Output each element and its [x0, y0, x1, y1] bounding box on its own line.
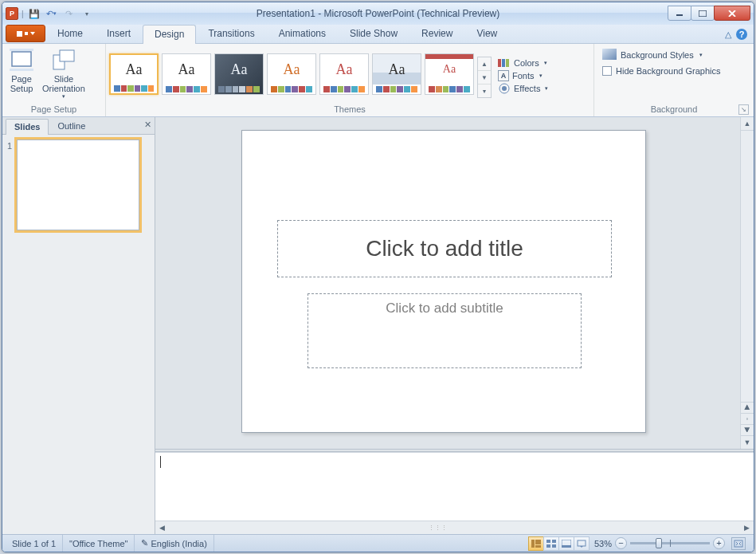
tab-animations[interactable]: Animations [267, 24, 338, 43]
notes-pane[interactable] [155, 452, 754, 521]
theme-item[interactable]: Aa [214, 53, 264, 95]
group-label-background: Background ↘ [597, 103, 750, 116]
nav-browse-icon[interactable]: ◦ [741, 413, 754, 424]
normal-view-button[interactable] [528, 536, 544, 551]
slide-sorter-view-button[interactable] [543, 536, 559, 551]
svg-rect-8 [502, 59, 505, 67]
svg-rect-21 [562, 545, 571, 548]
theme-fonts-button[interactable]: A Fonts▾ [498, 70, 548, 81]
themes-gallery-more[interactable]: ▲ ▼ ▾ [477, 57, 492, 98]
theme-item[interactable]: Aa [109, 53, 159, 95]
title-bar: P | 💾 ↶▾ ↷ ▾ Presentation1 - Microsoft P… [2, 2, 754, 25]
gallery-expand-icon[interactable]: ▾ [478, 84, 491, 97]
tab-view[interactable]: View [464, 24, 509, 43]
checkbox-icon [602, 66, 612, 76]
theme-item[interactable]: Aa [162, 53, 211, 95]
svg-rect-12 [602, 49, 617, 60]
horizontal-scrollbar[interactable]: ◀ ⋮⋮⋮ ▶ [155, 521, 754, 534]
svg-rect-18 [546, 544, 550, 548]
svg-rect-3 [10, 49, 33, 51]
slideshow-view-button[interactable] [574, 536, 590, 551]
close-button[interactable] [714, 6, 750, 21]
slide-thumbnail[interactable] [17, 139, 139, 230]
zoom-slider[interactable] [630, 542, 710, 544]
subtitle-placeholder[interactable]: Click to add subtitle [307, 293, 582, 368]
scroll-right-icon[interactable]: ▶ [740, 521, 754, 534]
spellcheck-icon: ✎ [141, 538, 148, 548]
status-language[interactable]: ✎ English (India) [135, 535, 213, 552]
background-dialog-launcher[interactable]: ↘ [738, 104, 749, 115]
theme-item[interactable]: Aa [319, 53, 369, 95]
svg-rect-6 [60, 50, 74, 61]
status-theme[interactable]: "Office Theme" [63, 535, 135, 552]
file-button[interactable] [6, 25, 45, 42]
themes-gallery[interactable]: Aa Aa Aa Aa [109, 50, 492, 98]
scroll-left-icon[interactable]: ◀ [155, 521, 169, 534]
svg-rect-15 [535, 545, 541, 548]
thumbnail-number: 1 [7, 139, 12, 230]
status-slide-number[interactable]: Slide 1 of 1 [6, 535, 63, 552]
svg-rect-0 [676, 14, 683, 16]
group-label-themes: Themes [109, 103, 590, 116]
scroll-up-icon[interactable]: ▲ [741, 117, 754, 131]
slide-canvas-area[interactable]: Click to add title Click to add subtitle… [155, 117, 754, 449]
theme-item[interactable]: Aa [372, 53, 421, 95]
tab-slideshow[interactable]: Slide Show [338, 24, 409, 43]
title-placeholder[interactable]: Click to add title [277, 220, 612, 277]
hide-bg-checkbox[interactable]: Hide Background Graphics [602, 66, 720, 76]
qat-customize[interactable]: ▾ [80, 6, 94, 21]
zoom-level[interactable]: 53% [594, 539, 612, 548]
next-slide-icon[interactable]: ⯆ [741, 424, 754, 435]
close-pane-icon[interactable]: ✕ [144, 120, 151, 130]
undo-button[interactable]: ↶▾ [45, 6, 59, 21]
svg-rect-4 [10, 69, 33, 71]
svg-rect-19 [552, 544, 556, 548]
tab-transitions[interactable]: Transitions [196, 24, 266, 43]
slides-tab[interactable]: Slides [6, 119, 49, 135]
tab-design[interactable]: Design [143, 25, 196, 44]
fit-to-window-button[interactable] [731, 537, 746, 550]
zoom-in-button[interactable]: + [713, 537, 725, 549]
scroll-down-icon[interactable]: ▼ [741, 435, 754, 449]
background-styles-button[interactable]: Background Styles▾ [602, 49, 720, 61]
svg-rect-17 [552, 540, 556, 543]
slide[interactable]: Click to add title Click to add subtitle [241, 130, 646, 433]
svg-point-11 [502, 86, 507, 91]
theme-item[interactable]: Aa [425, 53, 474, 95]
svg-rect-2 [12, 52, 31, 66]
gallery-scroll-down-icon[interactable]: ▼ [478, 71, 491, 84]
theme-effects-button[interactable]: Effects▾ [498, 83, 548, 94]
vertical-scrollbar[interactable]: ▲ ⯅ ◦ ⯆ ▼ [740, 117, 754, 449]
colors-icon [498, 57, 511, 69]
zoom-out-button[interactable]: − [615, 537, 627, 549]
svg-rect-14 [535, 540, 541, 544]
prev-slide-icon[interactable]: ⯅ [741, 402, 754, 413]
maximize-button[interactable] [691, 6, 715, 21]
tab-home[interactable]: Home [45, 24, 95, 43]
outline-tab[interactable]: Outline [49, 118, 94, 134]
page-setup-button[interactable]: Page Setup [6, 45, 37, 95]
group-label-page-setup: Page Setup [6, 103, 102, 116]
redo-button[interactable]: ↷ [62, 6, 76, 21]
reading-view-button[interactable] [558, 536, 574, 551]
minimize-button[interactable] [668, 6, 691, 21]
background-styles-icon [602, 49, 617, 61]
theme-colors-button[interactable]: Colors▾ [498, 57, 548, 69]
theme-item[interactable]: Aa [267, 53, 316, 95]
slide-orientation-button[interactable]: Slide Orientation▾ [39, 45, 88, 101]
app-icon[interactable]: P [6, 7, 18, 20]
help-icon[interactable]: ? [736, 29, 747, 40]
svg-rect-23 [734, 540, 742, 547]
status-bar: Slide 1 of 1 "Office Theme" ✎ English (I… [2, 534, 754, 552]
tab-insert[interactable]: Insert [95, 24, 143, 43]
gallery-scroll-up-icon[interactable]: ▲ [478, 57, 491, 71]
window-title: Presentation1 - Microsoft PowerPoint (Te… [2, 8, 754, 19]
tab-review[interactable]: Review [409, 24, 464, 43]
svg-rect-1 [699, 10, 707, 17]
minimize-ribbon-icon[interactable]: △ [725, 29, 731, 40]
save-button[interactable]: 💾 [27, 6, 41, 21]
svg-rect-13 [531, 540, 535, 548]
effects-icon [498, 83, 511, 94]
svg-rect-22 [578, 540, 586, 546]
svg-rect-16 [546, 540, 550, 543]
